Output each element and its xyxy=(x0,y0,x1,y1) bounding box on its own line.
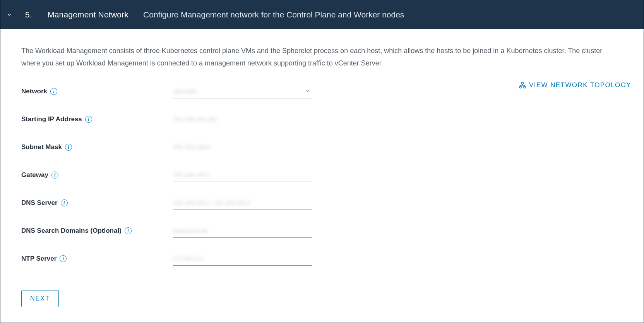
row-gateway: Gateway i 192.168.100.1 xyxy=(21,166,623,184)
step-title: Management Network xyxy=(48,10,128,19)
label-subnet-mask: Subnet Mask xyxy=(21,143,62,151)
dns-search-domains-input[interactable]: eecloud.local xyxy=(173,224,312,238)
ntp-server-input[interactable]: 172.30.0.21 xyxy=(173,252,312,266)
label-dns-search-domains: DNS Search Domains (Optional) xyxy=(21,227,122,235)
row-ntp-server: NTP Server i 172.30.0.21 xyxy=(21,250,623,268)
row-dns-search-domains: DNS Search Domains (Optional) i eecloud.… xyxy=(21,222,623,240)
description-text: The Workload Management consists of thre… xyxy=(21,45,623,69)
view-network-topology-label: VIEW NETWORK TOPOLOGY xyxy=(529,81,631,89)
gateway-input[interactable]: 192.168.100.1 xyxy=(173,168,312,182)
dns-server-input[interactable]: 192.168.100.1, 192.168.100.2 xyxy=(173,196,312,210)
label-gateway: Gateway xyxy=(21,171,48,179)
starting-ip-input[interactable]: 192.168.100.180 xyxy=(173,112,312,126)
svg-rect-1 xyxy=(520,86,522,88)
info-icon[interactable]: i xyxy=(125,227,132,234)
chevron-down-icon xyxy=(7,12,12,17)
svg-rect-2 xyxy=(524,86,526,88)
info-icon[interactable]: i xyxy=(60,255,67,262)
view-network-topology-link[interactable]: VIEW NETWORK TOPOLOGY xyxy=(519,81,631,89)
management-network-form: Network i vlan1005 Starting IP Address i… xyxy=(21,82,623,307)
info-icon[interactable]: i xyxy=(51,172,58,179)
next-button[interactable]: NEXT xyxy=(21,290,59,307)
label-ntp-server: NTP Server xyxy=(21,255,57,263)
subnet-mask-input[interactable]: 255.255.248.0 xyxy=(173,140,312,154)
row-dns-server: DNS Server i 192.168.100.1, 192.168.100.… xyxy=(21,194,623,212)
label-network: Network xyxy=(21,88,47,95)
step-subtitle: Configure Management network for the Con… xyxy=(143,10,404,19)
form-body: The Workload Management consists of thre… xyxy=(0,29,644,307)
row-subnet-mask: Subnet Mask i 255.255.248.0 xyxy=(21,138,623,156)
label-starting-ip: Starting IP Address xyxy=(21,115,82,123)
chevron-down-icon xyxy=(305,88,310,95)
step-number: 5. xyxy=(25,10,37,19)
network-select[interactable]: vlan1005 xyxy=(173,84,312,98)
info-icon[interactable]: i xyxy=(61,199,68,206)
svg-rect-0 xyxy=(522,82,524,84)
info-icon[interactable]: i xyxy=(50,88,57,95)
topology-icon xyxy=(519,82,526,89)
info-icon[interactable]: i xyxy=(65,144,72,151)
row-starting-ip: Starting IP Address i 192.168.100.180 xyxy=(21,110,623,128)
wizard-step-header[interactable]: 5. Management Network Configure Manageme… xyxy=(0,0,644,29)
label-dns-server: DNS Server xyxy=(21,199,58,207)
info-icon[interactable]: i xyxy=(85,116,92,123)
